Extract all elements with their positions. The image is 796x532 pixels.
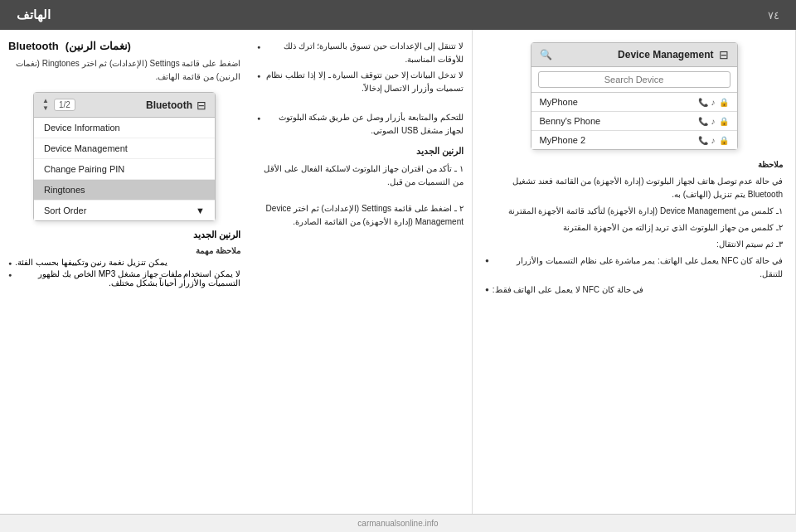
bt-menu-list: Device Information Device Management Cha… (34, 118, 215, 220)
bottom-bullet-2: لا يمكن استخدام ملفات جهاز مشغل MP3 الخا… (8, 269, 240, 288)
footer: carmanualsonline.info (0, 514, 796, 532)
search-bar (531, 67, 737, 93)
header-bar: ٧٤ الهاتف (0, 0, 796, 30)
middle-bullet-3: للتحكم والمتابعة بأزرار وصل عن طريق شبكة… (257, 111, 464, 138)
device-list: 🔒 ♪ 📞 MyPhone 🔒 ♪ 📞 Benny's Phone (531, 93, 737, 149)
middle-column: لا تتنقل إلى الإعدادات حين تسوق بالسيارة… (249, 30, 473, 532)
dialog-title-row: ⊟ Device Management (618, 48, 728, 61)
bt-menu-item-device-info[interactable]: Device Information (34, 118, 215, 138)
step-3: ٣ـ ثم سيتم الانتقال: (485, 238, 783, 251)
bt-scroll-arrows[interactable]: ▲ ▼ (42, 98, 49, 112)
device-item[interactable]: 🔒 ♪ 📞 MyPhone 2 (531, 131, 737, 149)
left-arabic-text: ملاحظة في حالة عدم توصل هاتف لجهاز البلو… (481, 158, 787, 299)
note-heading: ملاحظة (485, 158, 783, 172)
note-text: في حالة عدم توصل هاتف لجهاز البلوتوث (إد… (485, 175, 783, 201)
device-management-dialog: ⊟ Device Management 🔍 🔒 ♪ 📞 MyPhone (531, 42, 738, 150)
search-input[interactable] (538, 71, 730, 88)
middle-bullet-2: لا تدخل البيانات إلا حين تتوقف السيارة ـ… (257, 69, 464, 95)
page-number: ٧٤ (768, 9, 779, 22)
section-para-2: ٢ ـ اضغط على قائمة Settings (الإعدادات) … (257, 202, 464, 229)
lock-icon: 🔒 (719, 98, 729, 107)
phone-icon: 📞 (698, 136, 708, 145)
section-heading-1: الرنين الجديد (257, 144, 464, 159)
scroll-down-arrow[interactable]: ▼ (42, 105, 49, 112)
main-content: ⊟ Device Management 🔍 🔒 ♪ 📞 MyPhone (0, 30, 796, 532)
bt-device-icon: ⊟ (197, 99, 206, 112)
bottom-note-heading: ملاحظة مهمة (8, 244, 240, 258)
device-item[interactable]: 🔒 ♪ 📞 Benny's Phone (531, 112, 737, 131)
right-bottom-section: الرنين الجديد ملاحظة مهمة يمكن تنزيل نغم… (8, 230, 240, 288)
bt-dialog-title: Bluetooth (146, 99, 192, 111)
left-column: ⊟ Device Management 🔍 🔒 ♪ 📞 MyPhone (473, 30, 796, 532)
sort-order-label: Sort Order (44, 206, 86, 215)
device-action-icons: 🔒 ♪ 📞 (698, 98, 729, 107)
bt-menu-item-pairing-pin[interactable]: Change Pairing PIN (34, 159, 215, 180)
step-2: ٢ـ كلمس من جهاز البلوتوث الذي تريد إزالت… (485, 221, 783, 235)
step-1: ١ـ كلمس من Device Management (إدارة الأج… (485, 205, 783, 218)
section-title-arabic: (نغمات الرنين) (66, 40, 131, 52)
bt-title-row: ⊟ Bluetooth (146, 99, 206, 112)
bottom-section-heading: الرنين الجديد (8, 230, 240, 240)
bt-menu-item-ringtones[interactable]: Ringtones (34, 180, 215, 201)
lock-icon: 🔒 (719, 136, 729, 145)
middle-bullet-1: لا تتنقل إلى الإعدادات حين تسوق بالسيارة… (257, 40, 464, 66)
device-name: MyPhone 2 (540, 135, 698, 145)
sort-order-arrow: ▼ (196, 206, 205, 215)
section-para-1: ١ ـ تأكد من اقتران جهاز البلوتوث لاسلكية… (257, 162, 464, 189)
device-item[interactable]: 🔒 ♪ 📞 MyPhone (531, 93, 737, 112)
bt-menu-item-sort-order[interactable]: Sort Order ▼ (34, 201, 215, 220)
music-icon: ♪ (711, 98, 716, 107)
device-action-icons: 🔒 ♪ 📞 (698, 117, 729, 126)
footer-text: carmanualsonline.info (357, 519, 438, 528)
bluetooth-dialog: ⊟ Bluetooth 1/2 ▲ ▼ Device Information D… (33, 92, 216, 221)
device-icon: ⊟ (719, 48, 729, 61)
bt-page-indicator: 1/2 (54, 99, 75, 111)
bt-dialog-header: ⊟ Bluetooth 1/2 ▲ ▼ (34, 93, 215, 118)
music-icon: ♪ (711, 117, 716, 126)
dialog-header: ⊟ Device Management 🔍 (531, 43, 737, 67)
device-name: MyPhone (540, 97, 698, 107)
right-header: (نغمات الرنين) Bluetooth (8, 40, 240, 52)
dialog-search-icon[interactable]: 🔍 (540, 49, 552, 60)
page-title: الهاتف (17, 7, 51, 22)
dialog-title: Device Management (618, 49, 713, 60)
phone-icon: 📞 (698, 117, 708, 126)
device-action-icons: 🔒 ♪ 📞 (698, 136, 729, 145)
phone-icon: 📞 (698, 98, 708, 107)
music-icon: ♪ (711, 136, 716, 145)
right-column: (نغمات الرنين) Bluetooth اضغط على قائمة … (0, 30, 249, 532)
bottom-bullet-1: يمكن تنزيل نغمة رنين وتكييفها بحسب الفئة… (8, 258, 240, 267)
device-name: Benny's Phone (540, 116, 698, 126)
lock-icon: 🔒 (719, 117, 729, 126)
sub-bullet-2: في حالة كان NFC لا يعمل على الهاتف فقط: (485, 283, 783, 297)
sub-bullet-1: في حالة كان NFC يعمل على الهاتف: يمر مبا… (485, 254, 783, 281)
scroll-up-arrow[interactable]: ▲ (42, 98, 49, 104)
section-title-bluetooth: Bluetooth (8, 40, 59, 52)
bt-menu-item-device-mgmt[interactable]: Device Management (34, 138, 215, 159)
right-description: اضغط على قائمة Settings (الإعدادات) ثم ا… (8, 57, 240, 84)
